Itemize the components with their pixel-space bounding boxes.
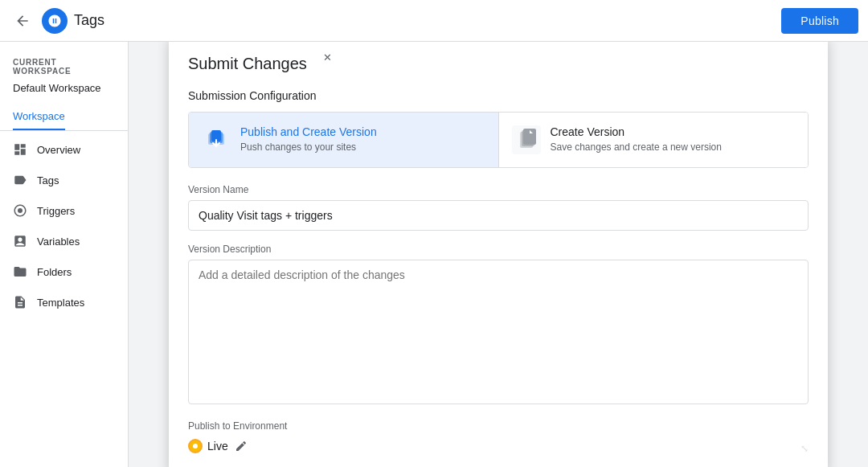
sidebar-item-variables[interactable]: Variables	[0, 226, 121, 256]
dialog-header: ✕ Submit Changes	[188, 55, 809, 73]
environment-dot	[193, 444, 198, 449]
top-bar-left: Tags	[10, 8, 781, 34]
templates-icon	[13, 295, 27, 309]
publish-create-option-text: Publish and Create Version Push changes …	[240, 125, 377, 153]
create-version-option[interactable]: Create Version Save changes and create a…	[499, 113, 809, 167]
sidebar-item-overview-label: Overview	[37, 144, 80, 156]
submission-config-title: Submission Configuration	[188, 89, 809, 102]
sidebar-item-overview[interactable]: Overview	[0, 134, 121, 165]
svg-point-0	[18, 208, 23, 213]
resize-handle: ⤡	[800, 443, 809, 454]
environment-edit-button[interactable]	[233, 438, 249, 454]
nav-tabs: Workspace	[0, 104, 128, 131]
create-version-option-text: Create Version Save changes and create a…	[551, 125, 722, 153]
version-name-label: Version Name	[188, 184, 809, 195]
tab-workspace[interactable]: Workspace	[13, 104, 65, 130]
sidebar: CURRENT WORKSPACE Default Workspace Work…	[0, 42, 129, 467]
variables-icon	[13, 234, 27, 248]
version-name-input[interactable]	[188, 200, 809, 231]
sidebar-item-templates[interactable]: Templates	[0, 287, 121, 317]
publish-create-option-desc: Push changes to your sites	[240, 141, 377, 153]
create-version-option-title: Create Version	[551, 125, 722, 138]
version-description-textarea[interactable]	[188, 260, 809, 404]
version-description-group: Version Description	[188, 244, 809, 408]
config-options: Publish and Create Version Push changes …	[188, 112, 809, 168]
folders-icon	[13, 264, 27, 279]
close-icon: ✕	[323, 51, 332, 63]
overview-icon	[13, 142, 27, 157]
version-description-label: Version Description	[188, 244, 809, 255]
publish-create-version-option[interactable]: Publish and Create Version Push changes …	[189, 113, 499, 167]
dialog-title: Submit Changes	[188, 55, 307, 73]
workspace-name: Default Workspace	[0, 79, 128, 104]
main-content: CURRENT WORKSPACE Default Workspace Work…	[0, 42, 868, 467]
environment-label: Publish to Environment	[188, 420, 809, 432]
dialog-close-button[interactable]: ✕	[320, 48, 335, 67]
environment-circle	[188, 439, 203, 453]
submit-changes-dialog: ✕ Submit Changes Submission Configuratio…	[169, 42, 828, 467]
create-version-icon	[512, 125, 541, 154]
sidebar-item-triggers-label: Triggers	[37, 205, 75, 217]
gtm-logo	[42, 8, 68, 34]
publish-create-option-title: Publish and Create Version	[240, 125, 377, 138]
environment-name: Live	[207, 440, 228, 453]
create-version-option-desc: Save changes and create a new version	[551, 141, 722, 153]
back-button[interactable]	[10, 8, 35, 34]
product-name: Tags	[74, 12, 104, 29]
sidebar-item-tags-label: Tags	[37, 174, 59, 186]
tags-icon	[13, 173, 27, 187]
sidebar-item-tags[interactable]: Tags	[0, 165, 121, 195]
triggers-icon	[13, 203, 27, 218]
sidebar-item-variables-label: Variables	[37, 236, 80, 248]
content-area: ✕ Submit Changes Submission Configuratio…	[129, 42, 868, 467]
publish-icon	[202, 125, 231, 154]
sidebar-item-folders-label: Folders	[37, 266, 72, 278]
top-bar: Tags Publish	[0, 0, 868, 42]
publish-environment-section: Publish to Environment Live	[188, 420, 809, 454]
publish-button[interactable]: Publish	[781, 8, 858, 34]
sidebar-item-triggers[interactable]: Triggers	[0, 195, 121, 226]
sidebar-item-folders[interactable]: Folders	[0, 256, 121, 287]
environment-badge: Live	[188, 438, 809, 454]
sidebar-item-templates-label: Templates	[37, 297, 84, 309]
version-name-group: Version Name	[188, 184, 809, 231]
sidebar-section-label: CURRENT WORKSPACE	[0, 48, 128, 79]
